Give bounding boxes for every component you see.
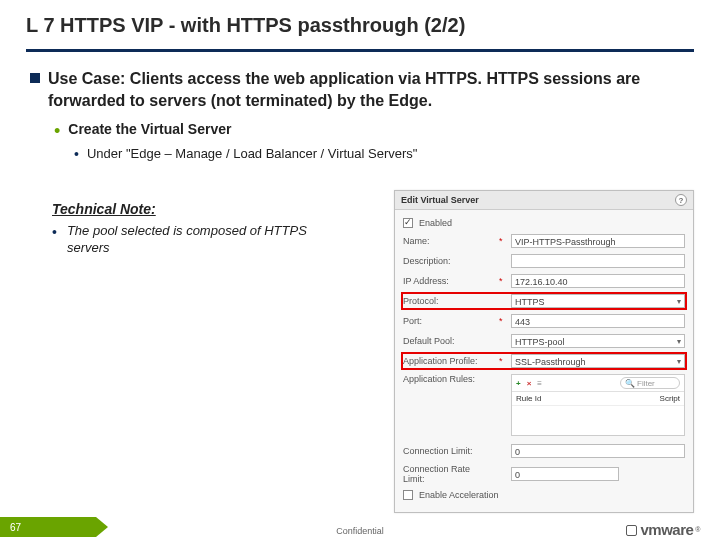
desc-input[interactable] (511, 254, 685, 268)
port-input[interactable]: 443 (511, 314, 685, 328)
logo-text: vmware (640, 521, 693, 538)
app-profile-select[interactable]: SSL-Passthrough (511, 354, 685, 368)
sub1-text: Create the Virtual Server (68, 121, 231, 137)
technote-text: The pool selected is composed of HTTPS s… (67, 223, 320, 257)
rules-filter[interactable]: 🔍 Filter (620, 377, 680, 389)
dialog-body: Enabled Name: * VIP-HTTPS-Passthrough De… (395, 210, 693, 512)
row-acceleration: Enable Acceleration (403, 490, 685, 500)
ip-input[interactable]: 172.16.10.40 (511, 274, 685, 288)
technote-heading: Technical Note: (52, 201, 320, 217)
required-icon: * (499, 356, 505, 366)
dialog-title: Edit Virtual Server (401, 195, 479, 205)
name-label: Name: (403, 236, 493, 246)
row-description: Description: (403, 254, 685, 268)
pool-label: Default Pool: (403, 336, 493, 346)
edit-virtual-server-dialog: Edit Virtual Server ? Enabled Name: * VI… (394, 190, 694, 513)
bottom-fields: Connection Limit: 0 Connection Rate Limi… (403, 444, 685, 500)
dot-icon: • (52, 225, 57, 257)
conn-limit-input[interactable]: 0 (511, 444, 685, 458)
row-name: Name: * VIP-HTTPS-Passthrough (403, 234, 685, 248)
dialog-header: Edit Virtual Server ? (395, 191, 693, 210)
footer: 67 Confidential vmware® (0, 514, 720, 540)
conn-rate-label: Connection Rate Limit: (403, 464, 493, 484)
col-script: Script (598, 394, 680, 403)
ip-label: IP Address: (403, 276, 493, 286)
row-app-rules: Application Rules: + × ≡ 🔍 Filte (403, 374, 685, 436)
slide-title: L 7 HTTPS VIP - with HTTPS passthrough (… (26, 14, 694, 37)
row-protocol: Protocol: HTTPS (403, 294, 685, 308)
registered-icon: ® (695, 526, 700, 533)
search-icon: 🔍 (625, 379, 635, 388)
port-label: Port: (403, 316, 493, 326)
page-number-flag: 67 (0, 517, 96, 537)
rules-toolbar: + × ≡ 🔍 Filter (512, 375, 684, 392)
row-ip: IP Address: * 172.16.10.40 (403, 274, 685, 288)
row-default-pool: Default Pool: HTTPS-pool (403, 334, 685, 348)
required-icon: * (499, 316, 505, 326)
page-number: 67 (10, 522, 21, 533)
col-rule-id: Rule Id (516, 394, 598, 403)
vmware-logo: vmware® (626, 521, 700, 538)
enabled-label: Enabled (419, 218, 452, 228)
square-bullet-icon (30, 73, 40, 83)
technote-row: • The pool selected is composed of HTTPS… (52, 223, 320, 257)
desc-label: Description: (403, 256, 493, 266)
reorder-icon[interactable]: ≡ (537, 379, 542, 388)
conn-rate-input[interactable]: 0 (511, 467, 619, 481)
protocol-label: Protocol: (403, 296, 493, 306)
dot-icon: • (54, 122, 60, 140)
pool-select[interactable]: HTTPS-pool (511, 334, 685, 348)
required-icon: * (499, 276, 505, 286)
add-icon[interactable]: + (516, 379, 521, 388)
required-icon: * (499, 236, 505, 246)
filter-placeholder: Filter (637, 379, 655, 388)
conn-limit-label: Connection Limit: (403, 446, 493, 456)
confidential-label: Confidential (336, 526, 384, 536)
technical-note: Technical Note: • The pool selected is c… (30, 201, 320, 257)
acceleration-label: Enable Acceleration (419, 490, 499, 500)
logo-box-icon (626, 525, 637, 536)
rules-table: + × ≡ 🔍 Filter Rule Id Script (511, 374, 685, 436)
help-icon[interactable]: ? (675, 194, 687, 206)
sub-bullet-1: • Create the Virtual Server (54, 121, 690, 140)
title-area: L 7 HTTPS VIP - with HTTPS passthrough (… (0, 0, 720, 43)
app-rules-label: Application Rules: (403, 374, 493, 384)
remove-icon[interactable]: × (527, 379, 532, 388)
enabled-checkbox[interactable] (403, 218, 413, 228)
row-enabled: Enabled (403, 218, 685, 228)
row-conn-limit: Connection Limit: 0 (403, 444, 685, 458)
app-rules-area: + × ≡ 🔍 Filter Rule Id Script (511, 374, 685, 436)
row-app-profile: Application Profile: * SSL-Passthrough (403, 354, 685, 368)
acceleration-checkbox[interactable] (403, 490, 413, 500)
protocol-select[interactable]: HTTPS (511, 294, 685, 308)
row-conn-rate: Connection Rate Limit: 0 (403, 464, 685, 484)
sub2-text: Under "Edge – Manage / Load Balancer / V… (87, 146, 418, 161)
dot-icon: • (74, 147, 79, 161)
sub-bullet-2: • Under "Edge – Manage / Load Balancer /… (74, 146, 690, 161)
name-input[interactable]: VIP-HTTPS-Passthrough (511, 234, 685, 248)
usecase-bullet: Use Case: Clients access the web applica… (30, 68, 690, 111)
rules-header: Rule Id Script (512, 392, 684, 406)
slide: L 7 HTTPS VIP - with HTTPS passthrough (… (0, 0, 720, 540)
row-port: Port: * 443 (403, 314, 685, 328)
usecase-text: Use Case: Clients access the web applica… (48, 68, 690, 111)
app-profile-label: Application Profile: (403, 356, 493, 366)
